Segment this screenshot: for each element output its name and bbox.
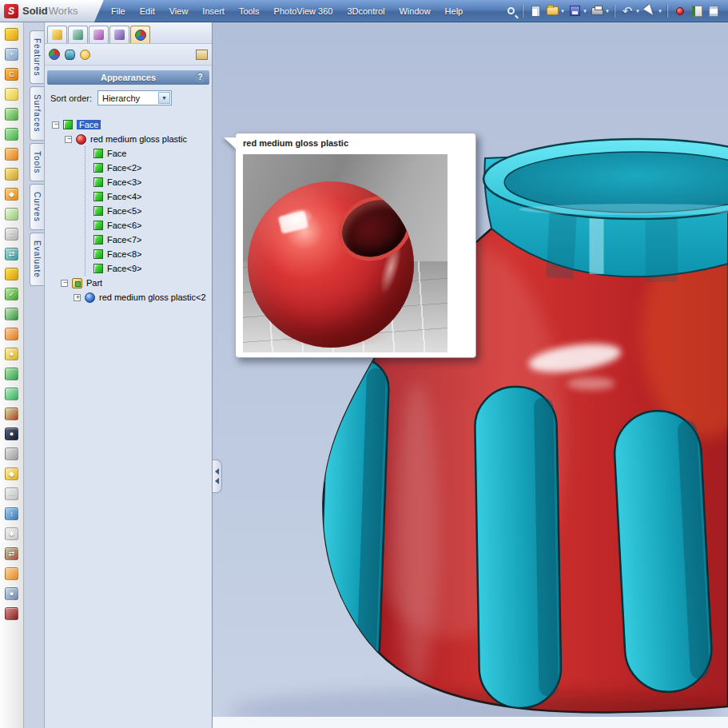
select-pointer-icon[interactable] xyxy=(642,3,658,19)
materials-book-icon[interactable] xyxy=(3,306,21,322)
home-scene-icon[interactable] xyxy=(3,146,21,162)
sort-order-row: Sort order: Hierarchy ▼ xyxy=(45,85,212,109)
propertymanager-tab[interactable] xyxy=(68,26,88,43)
tab-tools[interactable]: Tools xyxy=(30,143,44,181)
integrated-preview-icon[interactable]: ● xyxy=(3,586,21,602)
triad-axes-icon[interactable]: ↕ xyxy=(3,506,21,522)
swap-view-icon[interactable]: ⇄ xyxy=(3,246,21,262)
undo-dropdown-arrow[interactable]: ▾ xyxy=(635,8,641,14)
view-decals-icon[interactable] xyxy=(65,50,75,60)
options-page-icon[interactable] xyxy=(706,3,722,19)
toolbar-separator xyxy=(667,5,668,18)
tree-item-face-3[interactable]: Face<3> xyxy=(86,175,212,189)
tree-item-face-9[interactable]: Face<9> xyxy=(86,261,212,276)
menu-edit[interactable]: Edit xyxy=(133,0,162,22)
paintbrush-icon[interactable] xyxy=(3,606,21,622)
menu-items: File Edit View Insert Tools PhotoView 36… xyxy=(104,0,470,22)
tab-surfaces[interactable]: Surfaces xyxy=(30,86,44,140)
green-cylinder-icon[interactable] xyxy=(3,386,21,402)
red-sphere xyxy=(248,181,414,348)
view-appearances-icon[interactable] xyxy=(49,49,60,60)
flag-icon[interactable] xyxy=(3,406,21,422)
tree-item-material[interactable]: red medium gloss plastic xyxy=(48,132,212,146)
export-box-icon[interactable] xyxy=(3,366,21,382)
collapse-toggle-icon[interactable] xyxy=(65,136,72,143)
tab-evaluate[interactable]: Evaluate xyxy=(30,233,44,286)
search-icon[interactable] xyxy=(503,3,519,19)
menu-3dcontrol[interactable]: 3Dcontrol xyxy=(340,0,392,22)
render-sphere-icon[interactable]: ● xyxy=(3,426,21,442)
tree-item-face-root[interactable]: Face xyxy=(48,117,212,132)
dimxpertmanager-tab[interactable] xyxy=(109,26,129,43)
graphics-viewport[interactable]: red medium gloss plastic xyxy=(213,22,728,728)
solidworks-window: S Solid Works File Edit View Insert Tool… xyxy=(0,0,728,728)
expand-toggle-icon[interactable] xyxy=(74,294,81,301)
select-dropdown-arrow-icon[interactable]: ▼ xyxy=(158,92,170,104)
grid-dots-icon[interactable]: :: xyxy=(3,226,21,242)
tree-item-face-8[interactable]: Face<8> xyxy=(86,247,212,261)
help-button[interactable]: ? xyxy=(195,72,205,82)
move-component-icon[interactable]: + xyxy=(3,46,21,62)
cylinder-stack-icon[interactable] xyxy=(3,326,21,342)
note-card-icon[interactable] xyxy=(3,206,21,222)
panel-collapse-handle[interactable] xyxy=(213,459,222,493)
displaymanager-ball-icon xyxy=(135,30,146,41)
configurationmanager-tab[interactable] xyxy=(89,26,109,43)
print-dropdown-arrow[interactable]: ▾ xyxy=(604,8,611,14)
main-area: + C xyxy=(0,22,728,728)
tree-item-face-2[interactable]: Face<2> xyxy=(86,161,212,175)
tree-item-face[interactable]: Face xyxy=(86,146,212,161)
tab-features[interactable]: Features xyxy=(30,30,44,84)
open-dropdown-arrow[interactable]: ▾ xyxy=(559,8,566,14)
sort-order-select[interactable]: Hierarchy ▼ xyxy=(97,90,172,105)
tree-item-face-6[interactable]: Face<6> xyxy=(86,218,212,233)
box-flag-icon[interactable] xyxy=(3,566,21,582)
rotate-view-icon[interactable]: C xyxy=(3,66,21,82)
appearance-ball-icon[interactable]: ● xyxy=(3,346,21,362)
tree-item-face-5[interactable]: Face<5> xyxy=(86,204,212,218)
tree-item-part-material[interactable]: red medium gloss plastic<2 xyxy=(48,290,212,304)
tab-curves[interactable]: Curves xyxy=(30,184,44,230)
menu-window[interactable]: Window xyxy=(392,0,437,22)
collapse-toggle-icon[interactable] xyxy=(61,280,68,287)
copy-appearance-icon[interactable] xyxy=(3,26,21,42)
gem-orange-icon[interactable]: ◆ xyxy=(3,186,21,202)
undo-icon[interactable]: ↶ xyxy=(619,3,635,19)
edit-feature-icon[interactable] xyxy=(3,126,21,142)
view-scene-lights-cameras-icon[interactable] xyxy=(80,50,90,60)
collapse-toggle-icon[interactable] xyxy=(52,121,59,129)
new-document-icon[interactable] xyxy=(527,3,543,19)
record-icon[interactable] xyxy=(672,3,688,19)
open-icon[interactable] xyxy=(544,3,560,19)
gray-tools-icon[interactable] xyxy=(3,446,21,462)
menu-insert[interactable]: Insert xyxy=(195,0,232,22)
select-dropdown-arrow[interactable]: ▾ xyxy=(657,8,663,14)
featuremanager-tab[interactable] xyxy=(47,26,67,43)
menu-view[interactable]: View xyxy=(162,0,196,22)
gem-yellow-icon[interactable]: ◆ xyxy=(3,466,21,482)
menu-help[interactable]: Help xyxy=(438,0,471,22)
layers-icon[interactable] xyxy=(3,166,21,182)
tree-item-face-4[interactable]: Face<4> xyxy=(86,189,212,204)
print-icon[interactable] xyxy=(589,3,605,19)
save-icon[interactable] xyxy=(567,3,583,19)
green-check-icon[interactable]: ✓ xyxy=(3,286,21,302)
command-manager-tabs: Features Surfaces Tools Curves Evaluate xyxy=(24,22,45,728)
tree-item-face-7[interactable]: Face<7> xyxy=(86,233,212,247)
asterisk-icon[interactable]: ✱ xyxy=(3,526,21,542)
menu-tools[interactable]: Tools xyxy=(232,0,267,22)
face-swatch-icon xyxy=(93,177,103,187)
dashed-line-icon[interactable]: ··· xyxy=(3,486,21,502)
menu-photoview-360[interactable]: PhotoView 360 xyxy=(267,0,340,22)
swap-colors-icon[interactable]: ⇄ xyxy=(3,546,21,562)
menu-file[interactable]: File xyxy=(104,0,133,22)
lamp-icon[interactable] xyxy=(3,86,21,102)
tree-item-part[interactable]: Part xyxy=(48,276,212,290)
appearance-preview-image xyxy=(243,154,448,352)
displaymanager-tab[interactable] xyxy=(130,26,150,43)
photoview-options-icon[interactable] xyxy=(196,50,208,60)
save-dropdown-arrow[interactable]: ▾ xyxy=(582,8,588,14)
paint-bucket-icon[interactable] xyxy=(3,266,21,282)
linear-pattern-icon[interactable] xyxy=(3,106,21,122)
design-binder-icon[interactable] xyxy=(689,3,705,19)
